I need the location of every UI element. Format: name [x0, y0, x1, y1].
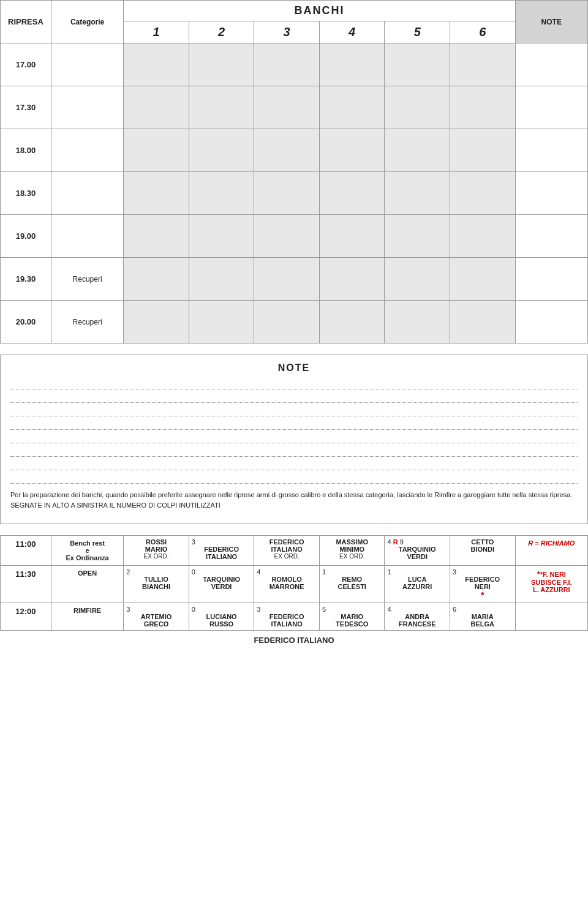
schedule-row: 19.30Recuperi [1, 258, 588, 301]
time-cell: 18.30 [1, 172, 51, 215]
bank-col-4: 4 [319, 21, 385, 43]
bank-cell [319, 258, 385, 301]
note-cell [515, 215, 587, 258]
bank-cell [319, 172, 385, 215]
note-cell [515, 301, 587, 344]
bank-cell [450, 258, 516, 301]
note-line [10, 463, 578, 470]
assign-row: 11:30OPEN2TULLIOBIANCHI0TARQUINIOVERDI4R… [1, 566, 588, 603]
time-cell: 17.00 [1, 43, 51, 86]
bank-cell [254, 301, 320, 344]
bank-cell [189, 43, 254, 86]
bank-cell [385, 172, 450, 215]
bank-cell [385, 129, 450, 172]
bank-cell [385, 258, 450, 301]
bank-cell [319, 129, 385, 172]
assign-bank-cell: 4ANDRAFRANCESE [385, 603, 450, 631]
note-line [10, 476, 578, 484]
assign-row: 12:00RIMFIRE3ARTEMIOGRECO0LUCIANORUSSO3F… [1, 603, 588, 631]
time-cell: 18.00 [1, 129, 51, 172]
bank-cell [124, 172, 189, 215]
assign-time: 11:00 [1, 536, 51, 566]
bank-cell [189, 129, 254, 172]
assign-category: RIMFIRE [51, 603, 123, 631]
bank-cell [124, 129, 189, 172]
bank-cell [450, 43, 516, 86]
bank-cell [319, 86, 385, 129]
time-cell: 19.30 [1, 258, 51, 301]
bank-col-6: 6 [450, 21, 516, 43]
assign-bank-cell: FEDERICOITALIANOEX ORD. [254, 536, 320, 566]
bank-cell [385, 215, 450, 258]
assign-bank-cell: 4ROMOLOMARRONE [254, 566, 320, 603]
note-footer-text: Per la preparazione dei banchi, quando p… [10, 490, 578, 510]
bottom-name: FEDERICO ITALIANO [0, 636, 588, 645]
assign-bank-cell: 0LUCIANORUSSO [189, 603, 254, 631]
note-cell [515, 129, 587, 172]
assign-category: Bench resteEx Ordinanza [51, 536, 123, 566]
category-cell [51, 172, 123, 215]
bank-col-1: 1 [124, 21, 189, 43]
category-cell: Recuperi [51, 258, 123, 301]
bank-cell [450, 172, 516, 215]
category-cell [51, 215, 123, 258]
bank-cell [319, 215, 385, 258]
schedule-row: 17.30 [1, 86, 588, 129]
bank-cell [254, 258, 320, 301]
bank-col-5: 5 [385, 21, 450, 43]
schedule-row: 19.00 [1, 215, 588, 258]
bank-cell [254, 129, 320, 172]
bank-cell [385, 86, 450, 129]
bank-cell [189, 301, 254, 344]
bank-cell [254, 215, 320, 258]
bank-cell [189, 172, 254, 215]
note-section-title: NOTE [10, 362, 578, 374]
schedule-row: 20.00Recuperi [1, 301, 588, 344]
note-line [10, 382, 578, 389]
assign-bank-cell: 6MARIABELGA [450, 603, 516, 631]
schedule-row: 18.30 [1, 172, 588, 215]
assign-bank-cell: MASSIMOMINIMOEX ORD. [319, 536, 385, 566]
bank-cell [450, 301, 516, 344]
bank-cell [189, 258, 254, 301]
assign-bank-cell: ROSSIMARIOEX ORD. [124, 536, 189, 566]
bank-cell [319, 301, 385, 344]
bank-cell [385, 301, 450, 344]
schedule-row: 18.00 [1, 129, 588, 172]
bank-cell [319, 43, 385, 86]
bank-cell [254, 86, 320, 129]
assign-category: OPEN [51, 566, 123, 603]
assign-time: 11:30 [1, 566, 51, 603]
note-line [10, 423, 578, 430]
assign-bank-cell: 3FEDERICONERI* [450, 566, 516, 603]
bank-cell [124, 86, 189, 129]
bank-cell [450, 129, 516, 172]
time-cell: 20.00 [1, 301, 51, 344]
note-cell [515, 258, 587, 301]
bank-cell [124, 258, 189, 301]
note-header: NOTE [515, 1, 587, 43]
schedule-table: RIPRESA Categorie BANCHI NOTE 1 2 3 4 5 … [0, 0, 588, 344]
assign-note [515, 603, 587, 631]
bank-cell [450, 215, 516, 258]
bank-cell [254, 172, 320, 215]
assign-bank-cell: 4 R 9TARQUINIOVERDI [385, 536, 450, 566]
categorie-header: Categorie [51, 1, 123, 43]
category-cell [51, 43, 123, 86]
banchi-header: BANCHI [124, 1, 515, 21]
assign-bank-cell: 2TULLIOBIANCHI [124, 566, 189, 603]
note-section: NOTE Per la preparazione dei banchi, qua… [0, 355, 588, 524]
schedule-row: 17.00 [1, 43, 588, 86]
time-cell: 19.00 [1, 215, 51, 258]
assign-bank-cell: 0TARQUINIOVERDI [189, 566, 254, 603]
assignment-table: 11:00Bench resteEx OrdinanzaROSSIMARIOEX… [0, 535, 588, 631]
bank-cell [450, 86, 516, 129]
bank-cell [189, 86, 254, 129]
note-line [10, 436, 578, 443]
bank-cell [124, 215, 189, 258]
assign-note: R = RICHIAMO [515, 536, 587, 566]
category-cell [51, 129, 123, 172]
assign-bank-cell: 1LUCAAZZURRI [385, 566, 450, 603]
bank-cell [385, 43, 450, 86]
note-line [10, 396, 578, 403]
